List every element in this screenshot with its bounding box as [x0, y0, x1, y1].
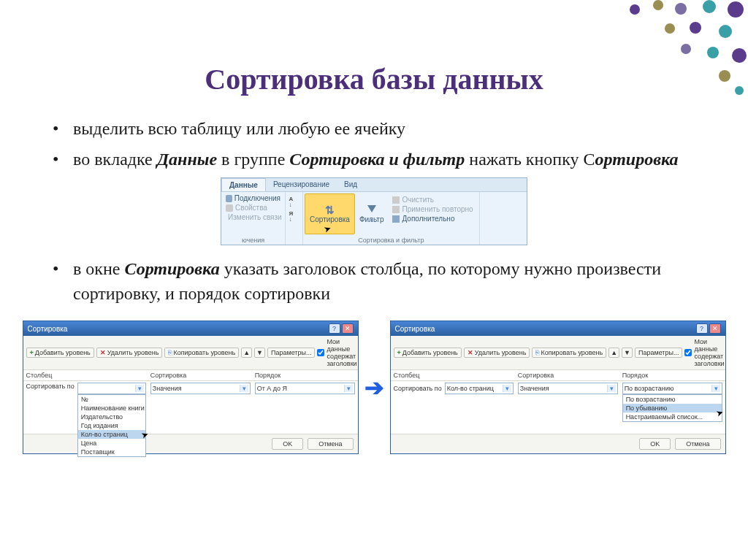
help-button[interactable]: ?	[329, 323, 340, 334]
cursor-icon: ➤	[322, 223, 332, 236]
dd-item[interactable]: Год издания	[78, 421, 145, 430]
ribbon-tab-review[interactable]: Рецензирование	[266, 178, 337, 191]
plus-icon: +	[30, 349, 34, 356]
dd-item[interactable]: Настраиваемый список...	[623, 413, 722, 421]
ribbon-conn-props: Свойства	[224, 203, 282, 212]
dd-item[interactable]: Наименование книги	[78, 404, 145, 413]
dialog-column-headers: Столбец Сортировка Порядок	[23, 370, 358, 381]
arrow-right-icon: ➔	[365, 374, 384, 402]
link-icon	[226, 195, 232, 202]
sortby-label: Сортировать по	[26, 383, 75, 390]
move-down-button[interactable]: ▼	[622, 348, 633, 358]
clear-icon	[392, 196, 400, 204]
dd-item[interactable]: По убыванию	[623, 404, 722, 413]
order-dropdown[interactable]: По возрастанию По убыванию Настраиваемый…	[622, 394, 722, 422]
cancel-button[interactable]: Отмена	[675, 438, 720, 450]
ribbon-group-label-sort: Сортировка и фильтр	[358, 237, 424, 244]
move-down-button[interactable]: ▼	[254, 348, 265, 358]
col-header: Сортировка	[518, 372, 618, 379]
headers-checkbox[interactable]: Мои данные содержат заголовки	[684, 338, 724, 367]
move-up-button[interactable]: ▲	[241, 348, 252, 358]
copy-level-button[interactable]: ⎘Копировать уровень	[532, 348, 606, 358]
advanced-icon	[392, 215, 400, 223]
sort-on-combo[interactable]: Значения▾	[150, 383, 251, 394]
headers-checkbox-input[interactable]	[684, 349, 692, 356]
props-icon	[226, 204, 233, 212]
chevron-down-icon: ▾	[135, 385, 144, 392]
delete-level-button[interactable]: ✕Удалить уровень	[96, 348, 163, 358]
sort-asc-icon[interactable]: А↓	[289, 196, 299, 208]
delete-level-button[interactable]: ✕Удалить уровень	[464, 348, 530, 358]
dialog-toolbar: +Добавить уровень ✕Удалить уровень ⎘Копи…	[23, 336, 358, 370]
dialog-title: Сортировка	[28, 325, 68, 333]
col-header: Столбец	[394, 372, 514, 379]
bullet-list: выделить всю таблицу или любую ее ячейку…	[0, 117, 748, 172]
bullet-item: во вкладке Данные в группе Сортировка и …	[53, 147, 711, 172]
chevron-down-icon: ▾	[503, 385, 511, 392]
x-icon: ✕	[468, 349, 473, 356]
order-combo[interactable]: От А до Я▾	[255, 383, 355, 394]
ok-button[interactable]: OK	[272, 438, 303, 450]
dialog-toolbar: +Добавить уровень ✕Удалить уровень ⎘Копи…	[391, 336, 725, 370]
add-level-button[interactable]: +Добавить уровень	[26, 348, 94, 358]
dd-item[interactable]: №	[78, 395, 145, 404]
column-combo[interactable]: Кол-во страниц▾	[445, 383, 514, 394]
cancel-button[interactable]: Отмена	[308, 438, 353, 450]
funnel-icon	[367, 205, 376, 212]
close-button[interactable]: ✕	[342, 323, 354, 334]
headers-checkbox-input[interactable]	[317, 349, 324, 356]
chevron-down-icon: ▾	[607, 385, 616, 392]
dialog-titlebar: Сортировка ? ✕	[391, 321, 725, 336]
headers-checkbox[interactable]: Мои данные содержат заголовки	[317, 338, 356, 367]
chevron-down-icon: ▾	[240, 385, 248, 392]
copy-icon: ⎘	[168, 349, 172, 356]
params-button[interactable]: Параметры...	[635, 348, 682, 358]
add-level-button[interactable]: +Добавить уровень	[394, 348, 462, 358]
bullet-list-2: в окне Сортировка указать заголовок стол…	[0, 257, 748, 306]
sort-big-button[interactable]: ⇅ Сортировка ➤	[305, 193, 355, 234]
column-dropdown[interactable]: № Наименование книги Издательство Год из…	[77, 394, 146, 457]
dd-item[interactable]: Кол-во страниц	[78, 430, 145, 439]
x-icon: ✕	[100, 349, 106, 356]
dialog-titlebar: Сортировка ? ✕	[23, 321, 358, 336]
ribbon-clear: Очистить	[391, 195, 474, 204]
dialog-footer: OK Отмена	[391, 434, 725, 453]
dialog-footer: OK Отмена	[23, 434, 358, 453]
sort-on-combo[interactable]: Значения▾	[518, 383, 618, 394]
decorative-dots	[624, 0, 748, 95]
sort-dialog-left: Сортировка ? ✕ +Добавить уровень ✕Удалит…	[23, 321, 359, 454]
ribbon-conn-connections[interactable]: Подключения	[224, 193, 282, 203]
bullet-item: выделить всю таблицу или любую ее ячейку	[53, 117, 711, 142]
ok-button[interactable]: OK	[639, 438, 671, 450]
params-button[interactable]: Параметры...	[267, 348, 315, 358]
dialog-column-headers: Столбец Сортировка Порядок	[391, 370, 725, 381]
ribbon-tab-view[interactable]: Вид	[337, 178, 365, 191]
chevron-down-icon: ▾	[344, 385, 353, 392]
order-combo[interactable]: По возрастанию▾ По возрастанию По убыван…	[622, 383, 722, 394]
ribbon-advanced[interactable]: Дополнительно	[391, 214, 474, 223]
bullet-item: в окне Сортировка указать заголовок стол…	[53, 257, 711, 306]
col-header: Столбец	[26, 372, 146, 379]
dd-item[interactable]: По возрастанию	[623, 395, 722, 404]
filter-big-button[interactable]: Фильтр	[355, 193, 389, 234]
ribbon-tab-data[interactable]: Данные	[221, 178, 266, 191]
col-header: Сортировка	[150, 372, 251, 379]
sort-dialog-right: Сортировка ? ✕ +Добавить уровень ✕Удалит…	[390, 321, 726, 454]
close-button[interactable]: ✕	[709, 323, 721, 334]
column-combo[interactable]: ▾ № Наименование книги Издательство Год …	[77, 383, 146, 394]
copy-icon: ⎘	[535, 349, 539, 356]
ribbon-reapply: Применить повторно	[391, 204, 474, 214]
dialog-title: Сортировка	[395, 325, 435, 333]
copy-level-button[interactable]: ⎘Копировать уровень	[164, 348, 239, 358]
dd-item[interactable]: Издательство	[78, 413, 145, 421]
col-header: Порядок	[622, 372, 722, 379]
ribbon-group-label: ючения	[242, 237, 264, 244]
ribbon-conn-editlinks: Изменить связи	[224, 212, 282, 222]
move-up-button[interactable]: ▲	[608, 348, 619, 358]
help-button[interactable]: ?	[696, 323, 708, 334]
col-header: Порядок	[255, 372, 355, 379]
sort-desc-icon[interactable]: Я↓	[289, 211, 299, 223]
ribbon-illustration: Данные Рецензирование Вид Подключения Св…	[221, 177, 527, 245]
dd-item[interactable]: Цена	[78, 439, 145, 448]
dd-item[interactable]: Поставщик	[78, 448, 145, 456]
